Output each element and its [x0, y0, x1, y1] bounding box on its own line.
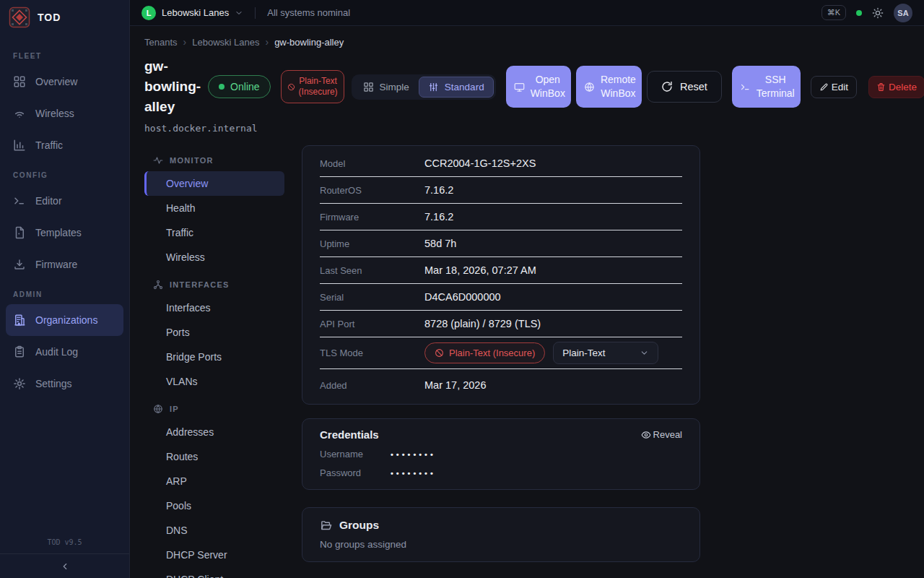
pencil-icon	[819, 82, 829, 92]
subnav-item-ports[interactable]: Ports	[144, 320, 284, 345]
tls-mode-select[interactable]: Plain-Text	[553, 342, 658, 364]
sidebar-item-traffic[interactable]: Traffic	[6, 129, 123, 161]
credential-row-username: Username ••••••••	[320, 449, 682, 460]
sidebar-item-label: Audit Log	[35, 346, 78, 358]
subnav-item-traffic[interactable]: Traffic	[144, 220, 284, 245]
system-status-text: All systems nominal	[267, 7, 350, 18]
tls-insecure-badge: Plain-Text (Insecure)	[424, 342, 545, 363]
breadcrumb: Tenants › Lebowski Lanes › gw-bowling-al…	[144, 36, 907, 48]
detail-row-api-port: API Port 8728 (plain) / 8729 (TLS)	[320, 311, 682, 337]
sidebar-item-templates[interactable]: Templates	[6, 217, 123, 249]
groups-title: Groups	[339, 519, 379, 532]
clipboard-icon	[13, 345, 26, 358]
detail-row-model: Model CCR2004-1G-12S+2XS	[320, 150, 682, 177]
subnav-item-dhcp-client[interactable]: DHCP Client	[144, 567, 284, 578]
remote-winbox-button[interactable]: Remote WinBox	[576, 66, 642, 108]
sidebar-item-settings[interactable]: Settings	[6, 368, 123, 400]
open-winbox-button[interactable]: Open WinBox	[506, 66, 571, 108]
sidebar-nav: FLEET Overview Wireless Traffic CONFIG E…	[0, 35, 129, 538]
command-palette-shortcut[interactable]: ⌘K	[821, 5, 846, 20]
chevron-down-icon	[235, 9, 243, 17]
view-toggle-simple[interactable]: Simple	[354, 77, 419, 98]
sidebar-item-overview[interactable]: Overview	[6, 66, 123, 98]
breadcrumb-tenant-name[interactable]: Lebowski Lanes	[192, 37, 259, 48]
sidebar-item-label: Firmware	[35, 259, 77, 270]
subnav-item-vlans[interactable]: VLANs	[144, 369, 284, 394]
groups-empty-text: No groups assigned	[320, 539, 682, 550]
subnav-item-pools[interactable]: Pools	[144, 493, 284, 518]
breadcrumb-separator: ›	[265, 36, 269, 48]
masked-password: ••••••••	[391, 469, 436, 478]
status-badge: Online	[208, 75, 270, 98]
sidebar-item-label: Wireless	[35, 108, 74, 119]
gear-icon	[13, 377, 26, 390]
chevron-down-icon	[640, 348, 649, 358]
reveal-credentials-button[interactable]: Reveal	[641, 429, 682, 440]
tod-logo-icon	[9, 7, 30, 28]
sidebar-item-editor[interactable]: Editor	[6, 185, 123, 217]
section-label-config: CONFIG	[6, 171, 123, 179]
logo-row: TOD	[0, 0, 129, 35]
sidebar: TOD FLEET Overview Wireless Traffic CONF…	[0, 0, 130, 578]
delete-button[interactable]: Delete	[868, 76, 924, 98]
health-dot	[856, 10, 862, 16]
edit-button[interactable]: Edit	[811, 76, 857, 98]
sidebar-item-label: Templates	[35, 227, 82, 238]
view-toggle-standard[interactable]: Standard	[419, 77, 494, 98]
subnav-item-wireless[interactable]: Wireless	[144, 245, 284, 269]
detail-row-tls-mode: TLS Mode Plain-Text (Insecure) Plain-Tex…	[320, 337, 682, 369]
reset-button[interactable]: Reset	[647, 71, 722, 103]
subnav-item-dhcp-server[interactable]: DHCP Server	[144, 543, 284, 567]
subnav-item-bridge-ports[interactable]: Bridge Ports	[144, 345, 284, 369]
view-mode-toggle: Simple Standard	[352, 74, 496, 100]
sidebar-item-label: Overview	[35, 76, 77, 87]
topbar: L Lebowski Lanes All systems nominal ⌘K …	[130, 0, 924, 26]
subnav-item-interfaces[interactable]: Interfaces	[144, 296, 284, 320]
terminal-icon	[13, 194, 26, 207]
online-dot-icon	[219, 84, 225, 90]
tenant-name: Lebowski Lanes	[162, 7, 229, 18]
detail-row-added: Added Mar 17, 2026	[320, 369, 682, 401]
topbar-divider	[255, 7, 256, 19]
subnav-item-overview[interactable]: Overview	[144, 171, 284, 196]
sidebar-item-organizations[interactable]: Organizations	[6, 304, 123, 336]
tenant-switcher[interactable]: L Lebowski Lanes	[141, 6, 243, 20]
file-icon	[13, 226, 26, 239]
ssh-terminal-button[interactable]: SSH Terminal	[732, 66, 801, 108]
sidebar-collapse-button[interactable]	[0, 553, 129, 578]
shield-off-icon	[435, 348, 444, 358]
breadcrumb-tenants[interactable]: Tenants	[144, 37, 178, 48]
eye-icon	[641, 430, 651, 440]
device-subnav: MONITOR Overview Health Traffic Wireless…	[144, 145, 284, 578]
user-avatar[interactable]: SA	[894, 4, 912, 22]
credentials-title: Credentials	[320, 428, 379, 441]
globe-icon	[584, 82, 595, 92]
sidebar-item-firmware[interactable]: Firmware	[6, 249, 123, 280]
detail-row-routeros: RouterOS 7.16.2	[320, 177, 682, 204]
theme-toggle-button[interactable]	[872, 7, 884, 19]
wifi-icon	[13, 107, 26, 120]
sidebar-item-wireless[interactable]: Wireless	[6, 98, 123, 129]
subnav-item-arp[interactable]: ARP	[144, 469, 284, 493]
tenant-avatar: L	[141, 6, 156, 20]
subnav-item-health[interactable]: Health	[144, 196, 284, 220]
building-icon	[13, 314, 26, 327]
credential-row-password: Password ••••••••	[320, 467, 682, 478]
subnav-item-dns[interactable]: DNS	[144, 518, 284, 543]
activity-icon	[153, 155, 163, 165]
subnav-item-routes[interactable]: Routes	[144, 444, 284, 469]
brand-name: TOD	[38, 12, 61, 23]
subnav-item-addresses[interactable]: Addresses	[144, 420, 284, 444]
download-icon	[13, 258, 26, 271]
subnav-group-monitor: MONITOR	[144, 150, 284, 171]
device-hostname: host.docker.internal	[144, 123, 907, 134]
sidebar-item-label: Settings	[35, 378, 72, 389]
credentials-panel: Credentials Reveal Username •••••••• Pas…	[302, 418, 700, 490]
section-label-admin: ADMIN	[6, 290, 123, 298]
chevron-left-icon	[60, 561, 70, 571]
sidebar-item-audit-log[interactable]: Audit Log	[6, 336, 123, 368]
detail-row-uptime: Uptime 58d 7h	[320, 230, 682, 257]
subnav-group-ip: IP	[144, 398, 284, 420]
masked-username: ••••••••	[391, 450, 436, 459]
detail-row-serial: Serial D4CA6D000000	[320, 284, 682, 311]
